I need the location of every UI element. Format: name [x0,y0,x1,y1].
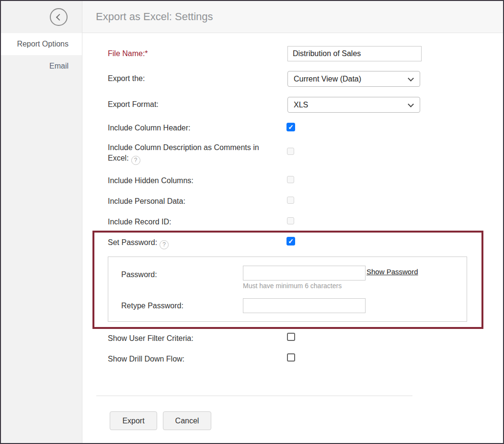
include-record-id-checkbox[interactable]: ✓ [287,217,294,224]
include-personal-data-label: Include Personal Data: [108,196,185,207]
include-column-header-checkbox[interactable]: ✓ [286,123,295,131]
export-the-label: Export the: [108,73,145,84]
checkmark-icon: ✓ [287,237,295,245]
chevron-left-icon [56,14,63,21]
set-password-checkbox[interactable]: ✓ [286,237,295,245]
retype-password-input[interactable] [243,298,366,313]
show-user-filter-criteria-checkbox[interactable]: ✓ [287,333,295,341]
set-password-label: Set Password:? [108,237,169,249]
export-format-label: Export Format: [108,99,159,110]
sidebar-nav: Report Options Email [1,33,82,77]
export-format-select[interactable]: XLS [287,97,420,113]
include-column-header-label: Include Column Header: [108,123,191,133]
sidebar: Report Options Email [1,1,82,443]
retype-password-label: Retype Password: [121,302,183,310]
header-bar: Export as Excel: Settings [82,1,503,33]
sidebar-item-report-options[interactable]: Report Options [1,33,82,55]
page-title: Export as Excel: Settings [82,1,503,33]
export-format-value: XLS [294,101,308,109]
sidebar-item-email[interactable]: Email [1,55,82,77]
include-record-id-label: Include Record ID: [108,217,172,227]
include-hidden-columns-checkbox[interactable]: ✓ [287,176,294,183]
include-personal-data-checkbox[interactable]: ✓ [287,197,294,204]
password-hint: Must have minimum 6 characters [243,282,342,290]
section-divider [96,396,412,396]
export-the-value: Current View (Data) [294,75,361,83]
include-column-description-checkbox[interactable]: ✓ [287,148,294,155]
back-button[interactable] [50,8,68,26]
export-settings-window: Report Options Email Export as Excel: Se… [0,0,504,444]
show-drill-down-flow-checkbox[interactable]: ✓ [287,353,295,362]
cancel-button[interactable]: Cancel [163,411,211,430]
export-button[interactable]: Export [110,411,157,430]
chevron-down-icon [408,75,414,82]
include-column-description-label: Include Column Description as Comments i… [108,142,279,165]
include-column-description-text: Include Column Description as Comments i… [108,143,259,162]
checkmark-icon: ✓ [287,123,295,131]
show-password-link[interactable]: Show Password [367,268,418,276]
file-name-input[interactable] [287,46,422,61]
file-name-label: File Name:* [108,48,148,59]
export-the-select[interactable]: Current View (Data) [287,71,420,87]
help-icon[interactable]: ? [131,156,140,165]
set-password-text: Set Password: [108,238,157,246]
show-drill-down-flow-label: Show Drill Down Flow: [108,354,184,364]
chevron-down-icon [408,101,414,107]
show-user-filter-criteria-label: Show User Filter Criteria: [108,333,194,344]
settings-form: File Name:* Export the: Current View (Da… [82,33,503,443]
password-input[interactable] [243,266,366,280]
password-label: Password: [121,270,157,279]
help-icon[interactable]: ? [160,240,169,249]
include-hidden-columns-label: Include Hidden Columns: [108,175,194,186]
